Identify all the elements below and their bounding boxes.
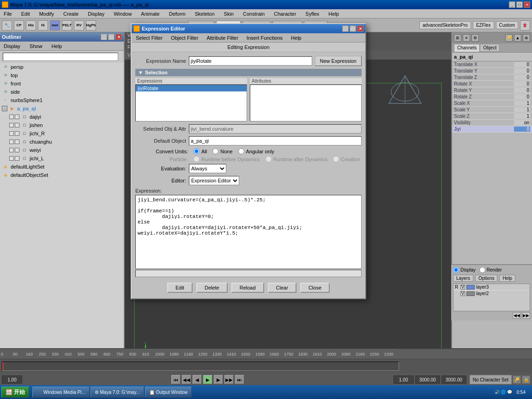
- taskbar-maya[interactable]: ⚙ Maya 7.0: G:\may...: [91, 387, 144, 398]
- btn-play[interactable]: ▶: [203, 375, 212, 384]
- tab-channels[interactable]: Channels: [454, 44, 480, 52]
- ch-translate-x[interactable]: Translate X 0: [452, 61, 532, 68]
- menu-file[interactable]: File: [2, 10, 14, 18]
- ch-rotate-x[interactable]: Rotate X 0: [452, 81, 532, 87]
- expr-menu-help[interactable]: Help: [290, 34, 303, 42]
- selection-section-header[interactable]: ▼ Selection: [135, 69, 362, 76]
- toolbar-trash-icon[interactable]: 🗑: [520, 20, 530, 30]
- render-radio-label[interactable]: Render: [479, 267, 502, 273]
- jichir-vis-check[interactable]: [9, 131, 14, 136]
- expr-menu-insert-funcs[interactable]: Insert Functions: [245, 34, 284, 42]
- ch-visibility[interactable]: Visibility on: [452, 120, 532, 126]
- convert-all-radio-label[interactable]: All: [193, 148, 207, 154]
- expr-list-item-jiyirotate[interactable]: jiyiRotate: [136, 85, 247, 91]
- outliner-close[interactable]: ✕: [115, 34, 122, 40]
- expr-minimize-btn[interactable]: _: [342, 25, 349, 32]
- btn-next-key[interactable]: ▶▶: [224, 375, 234, 384]
- layer2-vis[interactable]: V: [460, 291, 465, 296]
- weiyi-ref-check[interactable]: [15, 148, 19, 152]
- icon-key[interactable]: 🔑: [505, 34, 513, 42]
- ch-translate-y[interactable]: Translate Y 0: [452, 68, 532, 74]
- jishen-vis-check[interactable]: [9, 123, 14, 127]
- ch-scale-z[interactable]: Scale Z 1: [452, 113, 532, 120]
- outliner-item-side[interactable]: 👁 side: [0, 88, 124, 96]
- menu-help[interactable]: Help: [326, 10, 341, 18]
- taskbar-output[interactable]: 📋 Output Window: [145, 387, 192, 398]
- convert-angular-radio[interactable]: [238, 148, 244, 154]
- layer-help-tab[interactable]: Help: [499, 275, 515, 282]
- current-time-input[interactable]: [2, 375, 22, 384]
- menu-constrain[interactable]: Constrain: [241, 10, 266, 18]
- icon-anim[interactable]: ▲: [514, 34, 521, 42]
- toolbar-icon-cp[interactable]: CP: [14, 20, 24, 30]
- attributes-list[interactable]: [250, 85, 362, 121]
- outliner-item-chuanghu[interactable]: □ chuanghu: [0, 138, 124, 146]
- editor-select[interactable]: Expression Editor: [189, 176, 239, 185]
- outliner-menu-show[interactable]: Show: [28, 42, 44, 50]
- tab-advanced-skeleton[interactable]: advancedSkeletonPro: [419, 21, 471, 29]
- expr-menu-select-filter[interactable]: Select Filter: [134, 34, 164, 42]
- btn-go-start[interactable]: ⏮: [171, 375, 181, 384]
- icon-props[interactable]: ⚙: [472, 34, 479, 42]
- jichil-vis-check[interactable]: [9, 156, 14, 161]
- key-icon[interactable]: 🔑: [513, 375, 521, 384]
- close-dialog-button[interactable]: Close: [300, 283, 330, 293]
- toolbar-icon-rv[interactable]: RV: [74, 20, 84, 30]
- expression-textarea[interactable]: jiyi_bend.curvature=(a_pa_qi.jiyi-.5)*.2…: [135, 195, 362, 269]
- btn-next-frame[interactable]: ▶: [214, 375, 223, 384]
- layer-scroll-left[interactable]: ◀◀: [513, 312, 521, 319]
- ch-scale-x[interactable]: Scale X 1: [452, 100, 532, 107]
- reload-button[interactable]: Reload: [231, 283, 264, 293]
- outliner-item-front[interactable]: 👁 front: [0, 79, 124, 88]
- options-tab[interactable]: Options: [475, 275, 497, 282]
- menu-character[interactable]: Character: [272, 10, 298, 18]
- clear-button[interactable]: Clear: [268, 283, 296, 293]
- ch-rotate-y[interactable]: Rotate Y 0: [452, 87, 532, 94]
- toolbar-icon-hgph[interactable]: HgPh: [86, 20, 96, 30]
- expr-maximize-btn[interactable]: □: [350, 25, 356, 32]
- ch-scale-y[interactable]: Scale Y 1: [452, 107, 532, 113]
- layer2-row[interactable]: V layer2: [453, 290, 530, 296]
- jichir-ref-check[interactable]: [15, 131, 19, 136]
- outliner-item-objset[interactable]: ◉ defaultObjectSet: [0, 171, 124, 179]
- ch-translate-z[interactable]: Translate Z 0: [452, 74, 532, 81]
- outliner-item-jishen[interactable]: □ jishen: [0, 121, 124, 129]
- weiyi-vis-check[interactable]: [9, 148, 14, 152]
- dajiyi-vis-check[interactable]: [9, 115, 14, 119]
- tab-ezflex[interactable]: EZFlex: [473, 21, 494, 29]
- outliner-menu-help[interactable]: Help: [50, 42, 64, 50]
- expr-name-input[interactable]: [189, 56, 312, 66]
- outliner-item-jichi-r[interactable]: □ jichi_R: [0, 129, 124, 138]
- menu-edit[interactable]: Edit: [19, 10, 32, 18]
- render-radio[interactable]: [479, 267, 485, 273]
- menu-skin[interactable]: Skin: [222, 10, 236, 18]
- outliner-item-top[interactable]: 👁 top: [0, 71, 124, 79]
- lock-icon[interactable]: 🔒: [522, 375, 530, 384]
- toolbar-icon-pelt[interactable]: PELT: [62, 20, 72, 30]
- convert-none-radio-label[interactable]: None: [212, 148, 232, 154]
- menu-display[interactable]: Display: [86, 10, 106, 18]
- btn-prev-key[interactable]: ◀◀: [182, 375, 191, 384]
- outliner-item-dajiyi[interactable]: □ dajiyi: [0, 113, 124, 121]
- layer3-row[interactable]: R V layer3: [453, 284, 530, 290]
- delete-button[interactable]: Delete: [196, 283, 228, 293]
- convert-all-radio[interactable]: [193, 148, 200, 154]
- ch-rotate-z[interactable]: Rotate Z 0: [452, 94, 532, 100]
- menu-create[interactable]: Create: [61, 10, 80, 18]
- outliner-item-apq[interactable]: - ▶ a_pa_qi: [0, 104, 124, 113]
- outliner-item-jichi-l[interactable]: □ jichi_L: [0, 154, 124, 163]
- outliner-item-persp[interactable]: 👁 persp: [0, 63, 124, 71]
- menu-deform[interactable]: Deform: [167, 10, 187, 18]
- expressions-list[interactable]: jiyiRotate: [135, 85, 247, 121]
- maximize-button[interactable]: □: [516, 1, 523, 8]
- menu-modify[interactable]: Modify: [37, 10, 56, 18]
- timeline-scrubber[interactable]: [2, 362, 399, 371]
- end-time-input2[interactable]: [441, 375, 466, 384]
- outliner-menu-display[interactable]: Display: [2, 42, 22, 50]
- end-time-input[interactable]: [415, 375, 440, 384]
- convert-none-radio[interactable]: [212, 148, 218, 154]
- char-set-button[interactable]: No Character Set: [470, 375, 512, 384]
- jishen-ref-check[interactable]: [15, 123, 19, 127]
- chuanghu-vis-check[interactable]: [9, 139, 14, 144]
- menu-window[interactable]: Window: [112, 10, 133, 18]
